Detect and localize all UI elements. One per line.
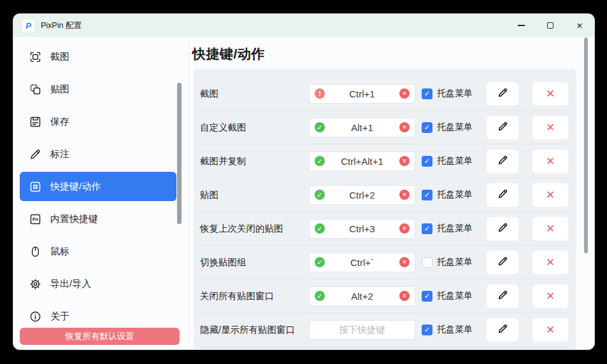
hotkey-valid-icon: ✓: [315, 122, 325, 132]
action-label: 关闭所有贴图窗口: [200, 290, 309, 302]
edit-hotkey-button[interactable]: [487, 284, 518, 308]
sidebar-item-gear[interactable]: 导出/导入: [20, 269, 176, 298]
edit-hotkey-button[interactable]: [487, 318, 518, 342]
hotkey-input[interactable]: ✓Alt+1✕: [309, 118, 415, 137]
hotkey-input[interactable]: ✓Alt+2✕: [309, 286, 415, 306]
info-icon: [28, 309, 42, 323]
hotkey-input[interactable]: !Ctrl+1✕: [309, 84, 415, 104]
clear-hotkey-icon[interactable]: ✕: [399, 291, 410, 301]
edit-hotkey-button[interactable]: [487, 217, 518, 241]
tray-menu-label: 托盘菜单: [437, 256, 473, 268]
sidebar-item-label: 内置快捷键: [50, 213, 98, 225]
tray-menu-checkbox[interactable]: ✓: [422, 325, 432, 335]
hotkey-input[interactable]: ✓Ctrl+3✕: [309, 219, 415, 239]
tray-menu-option: ✓托盘菜单: [422, 290, 474, 302]
fn-icon: Fn: [28, 212, 42, 226]
sidebar-item-hash[interactable]: 快捷键/动作: [20, 172, 176, 201]
hotkey-row: 隐藏/显示所有贴图窗口按下快捷键✓托盘菜单✕: [200, 313, 568, 347]
screenshot-icon: [28, 50, 42, 64]
hotkey-input[interactable]: ✓Ctrl+Alt+1✕: [309, 151, 415, 171]
gear-icon: [28, 277, 42, 291]
clear-hotkey-icon[interactable]: ✕: [399, 122, 410, 132]
maximize-button[interactable]: [536, 14, 565, 37]
delete-hotkey-button[interactable]: ✕: [532, 318, 568, 342]
clear-hotkey-icon[interactable]: ✕: [399, 190, 410, 200]
edit-hotkey-button[interactable]: [487, 82, 518, 106]
close-button[interactable]: ✕: [565, 14, 594, 37]
tray-menu-label: 托盘菜单: [437, 189, 473, 200]
sidebar-item-screenshot[interactable]: 截图: [20, 42, 176, 71]
hotkey-row: 截图并复制✓Ctrl+Alt+1✕✓托盘菜单✕: [200, 144, 568, 178]
hotkey-valid-icon: ✓: [315, 291, 325, 301]
delete-hotkey-button[interactable]: ✕: [532, 150, 568, 173]
hotkey-valid-icon: ✓: [315, 190, 325, 200]
window-controls: ✕: [506, 14, 594, 37]
sidebar-scrollbar-thumb[interactable]: [177, 83, 182, 224]
content-scrollbar-thumb[interactable]: [584, 38, 588, 253]
tray-menu-option: 托盘菜单: [422, 256, 474, 268]
tray-menu-checkbox[interactable]: ✓: [422, 190, 432, 200]
hotkey-row: 切换贴图组✓Ctrl+`✕托盘菜单✕: [200, 246, 568, 279]
delete-hotkey-button[interactable]: ✕: [532, 116, 568, 139]
action-label: 截图并复制: [200, 155, 309, 167]
sidebar-item-pin[interactable]: 贴图: [20, 74, 176, 104]
app-window: P PixPin 配置 ✕ 截图贴图保存标注快捷键/动作Fn内置快捷键鼠标导出/…: [13, 14, 594, 349]
tray-menu-checkbox[interactable]: ✓: [422, 88, 432, 99]
clear-hotkey-icon[interactable]: ✕: [399, 257, 410, 267]
delete-hotkey-button[interactable]: ✕: [532, 217, 568, 241]
edit-hotkey-button[interactable]: [487, 150, 518, 173]
delete-hotkey-button[interactable]: ✕: [532, 82, 568, 106]
sidebar-item-info[interactable]: 关于: [20, 302, 176, 331]
pencil-icon: [497, 221, 509, 235]
hotkey-table: 截图!Ctrl+1✕✓托盘菜单✕自定义截图✓Alt+1✕✓托盘菜单✕截图并复制✓…: [194, 69, 576, 349]
content-pane: 快捷键/动作 截图!Ctrl+1✕✓托盘菜单✕自定义截图✓Alt+1✕✓托盘菜单…: [189, 37, 594, 349]
pencil-icon: [497, 323, 509, 337]
edit-hotkey-button[interactable]: [487, 251, 518, 274]
delete-x-icon: ✕: [546, 121, 555, 134]
clear-hotkey-icon[interactable]: ✕: [399, 223, 410, 234]
tray-menu-checkbox[interactable]: ✓: [422, 291, 432, 302]
action-label: 自定义截图: [200, 122, 309, 134]
hotkey-input[interactable]: ✓Ctrl+`✕: [309, 253, 415, 272]
save-icon: [28, 115, 42, 129]
svg-text:Fn: Fn: [32, 216, 38, 222]
sidebar-item-label: 贴图: [50, 83, 69, 95]
titlebar: P PixPin 配置 ✕: [13, 14, 594, 37]
delete-x-icon: ✕: [546, 290, 555, 303]
hotkey-row: 截图!Ctrl+1✕✓托盘菜单✕: [200, 77, 568, 111]
tray-menu-checkbox[interactable]: ✓: [422, 122, 432, 133]
tray-menu-option: ✓托盘菜单: [422, 88, 474, 99]
sidebar-item-pencil[interactable]: 标注: [20, 139, 176, 169]
hotkey-warning-icon: !: [315, 88, 325, 99]
hotkey-value: Ctrl+2: [349, 190, 375, 200]
restore-defaults-button[interactable]: 恢复所有默认设置: [20, 328, 180, 345]
tray-menu-label: 托盘菜单: [437, 324, 473, 335]
tray-menu-checkbox[interactable]: ✓: [422, 156, 432, 167]
clear-hotkey-icon[interactable]: ✕: [399, 88, 410, 99]
delete-hotkey-button[interactable]: ✕: [532, 183, 568, 207]
minimize-button[interactable]: [506, 14, 536, 37]
tray-menu-checkbox[interactable]: ✓: [422, 223, 432, 234]
pencil-icon: [497, 87, 509, 101]
pencil-icon: [497, 255, 509, 269]
sidebar-item-label: 标注: [50, 148, 69, 160]
close-icon: ✕: [576, 21, 583, 31]
tray-menu-checkbox[interactable]: [422, 257, 432, 268]
delete-hotkey-button[interactable]: ✕: [532, 251, 568, 274]
sidebar-item-save[interactable]: 保存: [20, 107, 176, 136]
delete-x-icon: ✕: [546, 87, 555, 101]
delete-hotkey-button[interactable]: ✕: [532, 284, 568, 308]
tray-menu-label: 托盘菜单: [437, 155, 473, 167]
pencil-icon: [497, 289, 509, 303]
hotkey-row: 自定义截图✓Alt+1✕✓托盘菜单✕: [200, 111, 568, 144]
tray-menu-label: 托盘菜单: [437, 290, 473, 302]
edit-hotkey-button[interactable]: [487, 116, 518, 139]
hotkey-input[interactable]: 按下快捷键: [309, 320, 415, 340]
sidebar-item-mouse[interactable]: 鼠标: [20, 237, 176, 266]
edit-hotkey-button[interactable]: [487, 183, 518, 207]
sidebar-item-label: 快捷键/动作: [50, 181, 101, 193]
hotkey-input[interactable]: ✓Ctrl+2✕: [309, 185, 415, 205]
clear-hotkey-icon[interactable]: ✕: [399, 156, 410, 166]
sidebar-item-fn[interactable]: Fn内置快捷键: [20, 204, 176, 234]
hash-icon: [28, 179, 42, 193]
